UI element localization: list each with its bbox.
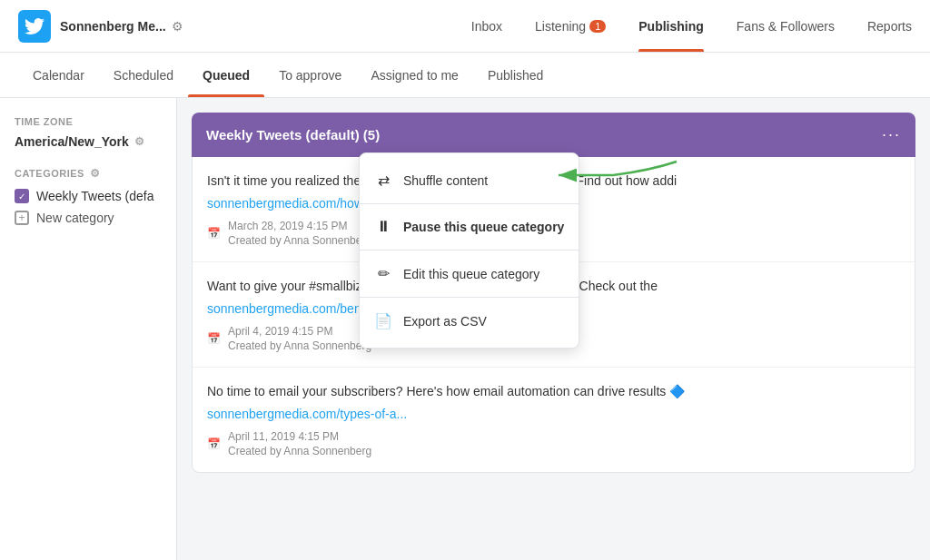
sidebar: TIME ZONE America/New_York ⚙ CATEGORIES …: [0, 98, 177, 560]
dropdown-divider-3: [360, 297, 579, 298]
tweet-author: Created by Anna Sonnenberg: [228, 234, 371, 247]
dropdown-pause-label: Pause this queue category: [403, 220, 564, 234]
nav-fans-followers[interactable]: Fans & Followers: [737, 0, 835, 52]
queue-header: Weekly Tweets (default) (5) ···: [192, 113, 915, 157]
dropdown-shuffle-label: Shuffle content: [403, 173, 488, 188]
dropdown-shuffle[interactable]: ⇄ Shuffle content: [360, 161, 579, 200]
content-area: Weekly Tweets (default) (5) ··· Isn't it…: [177, 98, 930, 560]
tweet-link[interactable]: sonnenbergmedia.com/types-of-a...: [207, 407, 900, 421]
dropdown-overlay: ⇄ Shuffle content ⏸ Pause this queue cat…: [359, 152, 579, 349]
nav-publishing[interactable]: Publishing: [638, 0, 704, 52]
tweet-date: April 4, 2019 4:15 PM: [228, 325, 371, 338]
subnav-to-approve[interactable]: To approve: [264, 53, 356, 97]
account-name: Sonnenberg Me...: [60, 19, 166, 34]
tweet-text: No time to email your subscribers? Here'…: [207, 382, 900, 401]
plus-icon: +: [15, 211, 29, 225]
calendar-icon: 📅: [207, 332, 221, 345]
dropdown-export-label: Export as CSV: [403, 314, 487, 329]
subnav-queued[interactable]: Queued: [188, 53, 264, 97]
twitter-logo: [18, 10, 51, 43]
category-label: Weekly Tweets (defa: [36, 189, 153, 203]
tweet-author: Created by Anna Sonnenberg: [228, 445, 371, 457]
dropdown-menu: ⇄ Shuffle content ⏸ Pause this queue cat…: [359, 152, 579, 349]
dropdown-pause[interactable]: ⏸ Pause this queue category: [360, 208, 579, 246]
category-checkbox[interactable]: [15, 189, 29, 203]
nav-listening[interactable]: Listening 1: [535, 0, 606, 52]
timezone-label: TIME ZONE: [15, 116, 162, 127]
dropdown-edit[interactable]: ✏ Edit this queue category: [360, 254, 579, 293]
calendar-icon: 📅: [207, 437, 221, 450]
timezone-gear-icon[interactable]: ⚙: [134, 135, 144, 148]
top-nav-links: Inbox Listening 1 Publishing Fans & Foll…: [471, 0, 912, 52]
export-icon: 📄: [374, 312, 392, 329]
new-category-button[interactable]: + New category: [15, 211, 162, 225]
timezone-value: America/New_York ⚙: [15, 134, 162, 149]
tweet-date: March 28, 2019 4:15 PM: [228, 220, 371, 232]
calendar-icon: 📅: [207, 227, 221, 240]
categories-gear-icon[interactable]: ⚙: [90, 167, 101, 180]
subnav-calendar[interactable]: Calendar: [18, 53, 99, 97]
dropdown-divider-2: [360, 250, 579, 251]
pause-icon: ⏸: [374, 219, 392, 235]
edit-icon: ✏: [374, 265, 392, 282]
subnav-scheduled[interactable]: Scheduled: [99, 53, 188, 97]
sub-navigation: Calendar Scheduled Queued To approve Ass…: [0, 53, 930, 98]
account-gear-icon[interactable]: ⚙: [172, 19, 183, 34]
top-navigation: Sonnenberg Me... ⚙ Inbox Listening 1 Pub…: [0, 0, 930, 53]
tweet-date: April 11, 2019 4:15 PM: [228, 430, 371, 443]
subnav-published[interactable]: Published: [473, 53, 559, 97]
tweet-meta: 📅 April 11, 2019 4:15 PM Created by Anna…: [207, 430, 900, 457]
nav-reports[interactable]: Reports: [867, 0, 912, 52]
new-category-label: New category: [36, 211, 114, 225]
queue-title: Weekly Tweets (default) (5): [206, 127, 380, 142]
listening-badge: 1: [589, 20, 606, 33]
categories-header: CATEGORIES ⚙: [15, 167, 162, 180]
dropdown-export[interactable]: 📄 Export as CSV: [360, 301, 579, 340]
nav-inbox[interactable]: Inbox: [471, 0, 502, 52]
tweet-card: No time to email your subscribers? Here'…: [193, 368, 915, 472]
queue-menu-button[interactable]: ···: [882, 125, 901, 144]
subnav-assigned-to-me[interactable]: Assigned to me: [356, 53, 473, 97]
tweet-author: Created by Anna Sonnenberg: [228, 339, 371, 352]
shuffle-icon: ⇄: [374, 172, 392, 189]
main-layout: TIME ZONE America/New_York ⚙ CATEGORIES …: [0, 98, 930, 560]
dropdown-edit-label: Edit this queue category: [403, 267, 539, 281]
dropdown-divider: [360, 203, 579, 204]
category-weekly-tweets[interactable]: Weekly Tweets (defa: [15, 189, 162, 203]
